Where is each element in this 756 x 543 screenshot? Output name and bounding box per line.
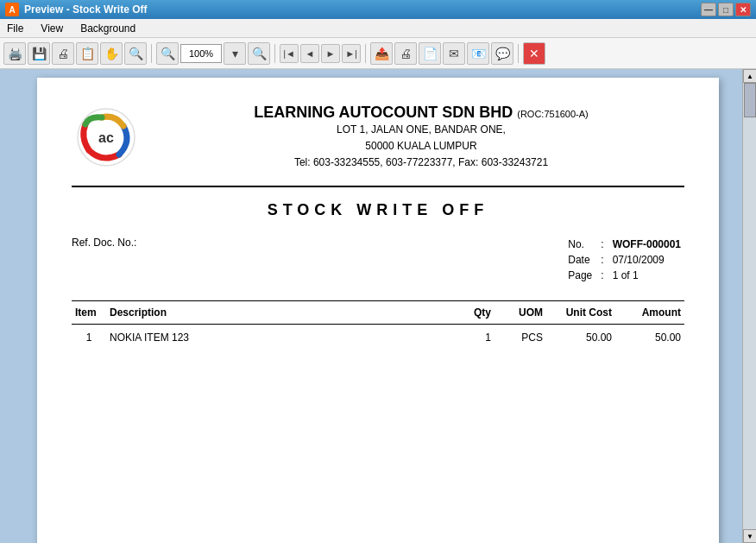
company-header: ac LEARNING AUTOCOUNT SDN BHD (ROC:75160… [72, 104, 684, 187]
toolbar-close-btn[interactable]: ✕ [523, 42, 545, 65]
table-row: 1 NOKIA ITEM 123 1 PCS 50.00 50.00 [72, 324, 684, 349]
col-header-qty: Qty [451, 300, 495, 324]
nav-last[interactable]: ►| [342, 44, 361, 63]
toolbar-print-btn[interactable]: 🖨 [394, 42, 417, 65]
company-address-1: LOT 1, JALAN ONE, BANDAR ONE, [158, 122, 684, 138]
ref-doc: Ref. Doc. No.: [72, 237, 136, 283]
no-value: WOFF-000001 [609, 237, 684, 252]
company-logo: ac [72, 107, 141, 167]
window-title: Preview - Stock Write Off [24, 3, 147, 16]
cell-uom: PCS [495, 324, 546, 349]
page-colon: : [595, 268, 608, 283]
cell-unit-cost: 50.00 [546, 324, 615, 349]
toolbar-btn-3[interactable]: 🖨 [52, 42, 74, 65]
toolbar-email-btn[interactable]: ✉ [443, 42, 465, 65]
scroll-down-btn[interactable]: ▼ [743, 529, 756, 543]
nav-first[interactable]: |◄ [280, 44, 299, 63]
toolbar-share-btn[interactable]: 💬 [491, 42, 513, 65]
col-header-description: Description [106, 300, 451, 324]
scroll-thumb[interactable] [744, 83, 756, 117]
scroll-up-btn[interactable]: ▲ [743, 69, 756, 83]
date-value: 07/10/2009 [609, 252, 684, 268]
nav-prev[interactable]: ◄ [300, 44, 319, 63]
toolbar-btn-6[interactable]: 🔍 [124, 42, 147, 65]
scrollbar-vertical[interactable]: ▲ ▼ [742, 69, 756, 543]
menu-view[interactable]: View [37, 21, 66, 36]
items-table: Item Description Qty UOM Unit Cost Amoun… [72, 300, 684, 349]
menu-background[interactable]: Background [77, 21, 139, 36]
col-header-amount: Amount [615, 300, 684, 324]
close-button[interactable]: ✕ [735, 3, 751, 16]
company-address-2: 50000 KUALA LUMPUR [158, 138, 684, 155]
cell-item: 1 [72, 324, 106, 349]
nav-next[interactable]: ► [321, 44, 340, 63]
no-label: No. [564, 237, 595, 252]
toolbar: 🖨️ 💾 🖨 📋 ✋ 🔍 🔍 ▾ 🔍 |◄ ◄ ► ►| 📤 🖨 📄 ✉ 📧 💬… [0, 38, 756, 69]
toolbar-btn-7[interactable]: 🔍 [156, 42, 179, 65]
cell-qty: 1 [451, 324, 495, 349]
page-value: 1 of 1 [609, 268, 684, 283]
separator-1 [151, 44, 152, 63]
col-header-item: Item [72, 300, 106, 324]
separator-4 [518, 44, 519, 63]
app-icon: A [5, 3, 19, 16]
separator-2 [274, 44, 275, 63]
title-bar: A Preview - Stock Write Off — □ ✕ [0, 0, 756, 19]
document-paper: ac LEARNING AUTOCOUNT SDN BHD (ROC:75160… [37, 78, 719, 543]
date-label: Date [564, 252, 595, 268]
maximize-button[interactable]: □ [718, 3, 734, 16]
zoom-dropdown-btn[interactable]: ▾ [224, 42, 246, 65]
doc-meta: No. : WOFF-000001 Date : 07/10/2009 Page… [564, 237, 684, 283]
no-colon: : [595, 237, 608, 252]
menu-bar: File View Background [0, 19, 756, 38]
cell-description: NOKIA ITEM 123 [106, 324, 451, 349]
company-roc: (ROC:751600-A) [517, 109, 589, 119]
document-title: STOCK WRITE OFF [72, 201, 684, 219]
toolbar-pdf-btn[interactable]: 📄 [419, 42, 441, 65]
company-info: LEARNING AUTOCOUNT SDN BHD (ROC:751600-A… [158, 104, 684, 172]
main-area: ac LEARNING AUTOCOUNT SDN BHD (ROC:75160… [0, 69, 756, 543]
col-header-uom: UOM [495, 300, 546, 324]
toolbar-btn-1[interactable]: 🖨️ [3, 42, 26, 65]
toolbar-btn-4[interactable]: 📋 [76, 42, 98, 65]
toolbar-btn-2[interactable]: 💾 [28, 42, 50, 65]
separator-3 [365, 44, 366, 63]
menu-file[interactable]: File [3, 21, 27, 36]
toolbar-btn-5[interactable]: ✋ [100, 42, 123, 65]
doc-info-section: Ref. Doc. No.: No. : WOFF-000001 Date : … [72, 237, 684, 283]
minimize-button[interactable]: — [701, 3, 716, 16]
zoom-input[interactable] [180, 44, 222, 63]
scroll-track [743, 83, 756, 529]
company-name: LEARNING AUTOCOUNT SDN BHD (ROC:751600-A… [158, 104, 684, 122]
page-label: Page [564, 268, 595, 283]
date-colon: : [595, 252, 608, 268]
company-address-3: Tel: 603-33234555, 603-77223377, Fax: 60… [158, 155, 684, 171]
zoom-search-btn[interactable]: 🔍 [248, 42, 270, 65]
toolbar-export-btn[interactable]: 📤 [370, 42, 393, 65]
cell-amount: 50.00 [615, 324, 684, 349]
svg-text:ac: ac [98, 130, 114, 145]
window-controls: — □ ✕ [701, 3, 751, 16]
toolbar-mail-btn[interactable]: 📧 [467, 42, 489, 65]
col-header-unit-cost: Unit Cost [546, 300, 615, 324]
